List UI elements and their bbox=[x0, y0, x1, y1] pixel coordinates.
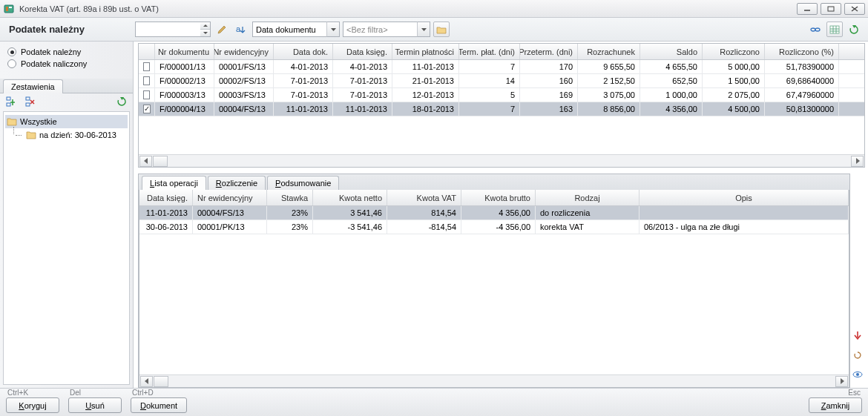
cell-rozrach: 9 655,50 bbox=[578, 60, 640, 73]
col-stawka[interactable]: Stawka bbox=[267, 190, 313, 205]
cell-termin: 12-01-2013 bbox=[392, 88, 459, 102]
row-checkbox[interactable] bbox=[139, 74, 155, 88]
tab-zestawienia[interactable]: Zestawienia bbox=[3, 79, 63, 93]
table-row[interactable]: 30-06-201300001/PK/1323%-3 541,46-814,54… bbox=[139, 220, 849, 234]
col-termdni[interactable]: Term. płat. (dni) bbox=[459, 44, 520, 59]
scroll-right-icon[interactable] bbox=[851, 156, 864, 167]
svg-marker-30 bbox=[856, 158, 860, 164]
radio-podatek-naliczony[interactable]: Podatek naliczony bbox=[7, 58, 125, 70]
table-row[interactable]: F/000003/1300003/FS/137-01-20137-01-2013… bbox=[139, 88, 864, 102]
chevron-down-icon[interactable] bbox=[417, 22, 430, 37]
grid-hscrollbar[interactable] bbox=[139, 154, 864, 167]
col-datadok[interactable]: Data dok. bbox=[274, 44, 333, 59]
operations-grid[interactable]: Data księg. Nr ewidencyjny Stawka Kwota … bbox=[139, 190, 849, 388]
row-checkbox[interactable] bbox=[139, 102, 155, 116]
tab-rozliczenie[interactable]: Rozliczenie bbox=[208, 176, 266, 190]
svg-rect-0 bbox=[4, 5, 13, 13]
tab-lista-operacji[interactable]: Lista operacji bbox=[142, 176, 206, 190]
col-opis[interactable]: Opis bbox=[640, 190, 849, 205]
window-minimize-button[interactable] bbox=[797, 3, 818, 15]
row-checkbox[interactable] bbox=[139, 60, 155, 73]
zamknij-button[interactable]: Zamknij bbox=[809, 397, 862, 413]
date-field-combo[interactable]: Data dokumentu bbox=[252, 22, 340, 37]
cell-nrewid: 00002/FS/13 bbox=[214, 74, 274, 88]
koryguj-button[interactable]: Koryguj bbox=[6, 397, 59, 413]
svg-marker-11 bbox=[421, 28, 427, 31]
cell-opis: 06/2013 - ulga na złe długi bbox=[640, 220, 849, 234]
cell-datadok: 4-01-2013 bbox=[274, 60, 333, 73]
filter-combo[interactable]: <Bez filtra> bbox=[343, 22, 430, 37]
row-checkbox[interactable] bbox=[139, 88, 155, 102]
spin-down-icon[interactable] bbox=[200, 30, 210, 36]
link-icon[interactable] bbox=[807, 22, 823, 37]
cell-vat: -814,54 bbox=[387, 220, 461, 234]
dokument-button[interactable]: Dokument bbox=[131, 397, 187, 413]
usun-button[interactable]: Usuń bbox=[68, 397, 122, 413]
arrow-down-red-icon[interactable] bbox=[852, 330, 864, 342]
col-saldo[interactable]: Saldo bbox=[640, 44, 703, 59]
grid-hscrollbar[interactable] bbox=[139, 374, 849, 387]
cell-dataksieg: 11-01-2013 bbox=[333, 102, 392, 116]
col-checkbox[interactable] bbox=[139, 44, 155, 59]
col-vat[interactable]: Kwota VAT bbox=[387, 190, 461, 205]
window-maximize-button[interactable] bbox=[821, 3, 841, 15]
scroll-thumb[interactable] bbox=[154, 376, 168, 387]
table-row[interactable]: F/000002/1300002/FS/137-01-20137-01-2013… bbox=[139, 74, 864, 88]
col-rozlicz[interactable]: Rozliczono bbox=[703, 44, 765, 59]
cell-datadok: 7-01-2013 bbox=[274, 74, 333, 88]
svg-marker-10 bbox=[331, 28, 336, 31]
tree-view[interactable]: Wszystkie na dzień: 30-06-2013 bbox=[3, 111, 130, 385]
tree-add-icon[interactable] bbox=[3, 94, 19, 110]
col-netto[interactable]: Kwota netto bbox=[313, 190, 387, 205]
sort-icon[interactable]: a bbox=[233, 22, 249, 37]
documents-grid[interactable]: Nr dokumentu Nr ewidencyjny Data dok. Da… bbox=[138, 43, 865, 168]
col-brutto[interactable]: Kwota brutto bbox=[461, 190, 536, 205]
tree-refresh-icon[interactable] bbox=[114, 94, 130, 110]
spin-up-icon[interactable] bbox=[200, 22, 210, 30]
col-termin[interactable]: Termin płatności bbox=[392, 44, 459, 59]
number-input-combo[interactable] bbox=[135, 22, 211, 37]
bottom-bar: Ctrl+K Koryguj Del Usuń Ctrl+D Dokument … bbox=[0, 388, 868, 416]
cell-termdni: 7 bbox=[459, 102, 520, 116]
col-przeterm[interactable]: Przeterm. (dni) bbox=[520, 44, 578, 59]
cell-rodzaj: do rozliczenia bbox=[536, 206, 640, 219]
col-nrewid[interactable]: Nr ewidencyjny bbox=[193, 190, 267, 205]
cell-dataksieg: 7-01-2013 bbox=[333, 88, 392, 102]
col-dataksieg[interactable]: Data księg. bbox=[139, 190, 193, 205]
scroll-thumb[interactable] bbox=[153, 156, 168, 167]
window-title: Korekta VAT (art. 89a i 89b ust. o VAT) bbox=[19, 4, 797, 13]
col-rozliczpct[interactable]: Rozliczono (%) bbox=[765, 44, 839, 59]
svg-text:a: a bbox=[236, 24, 241, 33]
grid-header: Nr dokumentu Nr ewidencyjny Data dok. Da… bbox=[139, 44, 864, 60]
scroll-right-icon[interactable] bbox=[835, 376, 848, 387]
col-rodzaj[interactable]: Rodzaj bbox=[536, 190, 640, 205]
col-rozrach[interactable]: Rozrachunek bbox=[578, 44, 640, 59]
tab-podsumowanie[interactable]: Podsumowanie bbox=[267, 176, 339, 190]
lower-tabstrip: Lista operacji Rozliczenie Podsumowanie bbox=[138, 174, 850, 190]
table-view-icon[interactable] bbox=[826, 22, 843, 37]
chevron-down-icon[interactable] bbox=[326, 22, 340, 37]
svg-rect-4 bbox=[828, 7, 834, 11]
table-row[interactable]: F/000004/1300004/FS/1311-01-201311-01-20… bbox=[139, 102, 864, 116]
folder-open-icon[interactable] bbox=[433, 22, 450, 37]
eye-icon[interactable] bbox=[852, 369, 864, 380]
col-nrewid[interactable]: Nr ewidencyjny bbox=[214, 44, 274, 59]
tree-root-all[interactable]: Wszystkie bbox=[5, 115, 128, 128]
cell-termdni: 7 bbox=[459, 60, 520, 73]
tree-node-label: na dzień: 30-06-2013 bbox=[39, 131, 116, 139]
radio-podatek-nalezny[interactable]: Podatek należny bbox=[7, 46, 125, 58]
refresh-icon[interactable] bbox=[846, 22, 862, 37]
tree-node-date[interactable]: na dzień: 30-06-2013 bbox=[22, 128, 128, 142]
cell-stawka: 23% bbox=[267, 220, 313, 234]
table-row[interactable]: 11-01-201300004/FS/1323%3 541,46814,544 … bbox=[139, 206, 849, 220]
scroll-left-icon[interactable] bbox=[139, 156, 152, 167]
table-row[interactable]: F/000001/1300001/FS/134-01-20134-01-2013… bbox=[139, 60, 864, 74]
refresh-small-icon[interactable] bbox=[852, 349, 864, 361]
cell-netto: -3 541,46 bbox=[313, 220, 387, 234]
tree-remove-icon[interactable] bbox=[22, 94, 39, 110]
col-dataksieg[interactable]: Data księg. bbox=[333, 44, 392, 59]
window-close-button[interactable] bbox=[844, 3, 865, 15]
scroll-left-icon[interactable] bbox=[140, 376, 153, 387]
edit-pencil-icon[interactable] bbox=[214, 22, 230, 37]
col-nrdok[interactable]: Nr dokumentu bbox=[155, 44, 214, 59]
